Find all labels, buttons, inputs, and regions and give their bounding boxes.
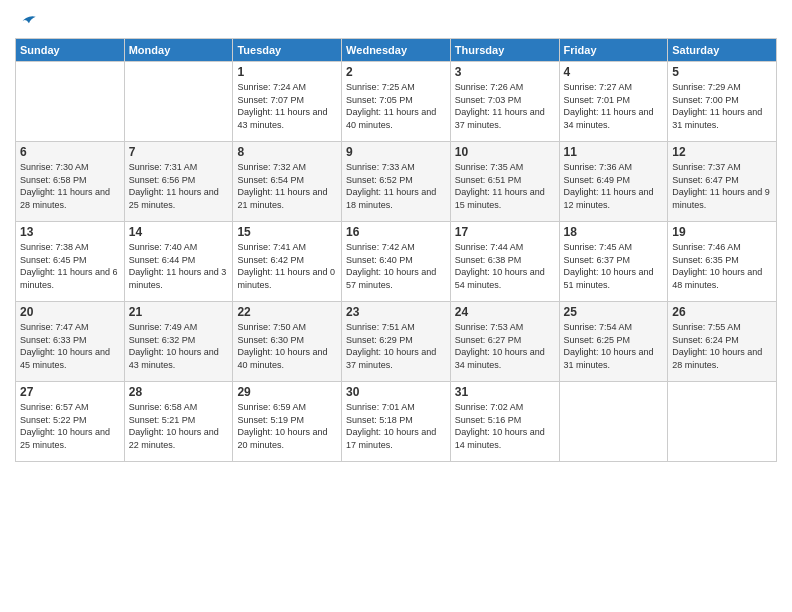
day-info: Sunrise: 6:58 AM Sunset: 5:21 PM Dayligh… [129,401,229,451]
calendar-cell: 29Sunrise: 6:59 AM Sunset: 5:19 PM Dayli… [233,382,342,462]
calendar-cell: 12Sunrise: 7:37 AM Sunset: 6:47 PM Dayli… [668,142,777,222]
day-number: 22 [237,305,337,319]
day-info: Sunrise: 7:36 AM Sunset: 6:49 PM Dayligh… [564,161,664,211]
day-info: Sunrise: 7:27 AM Sunset: 7:01 PM Dayligh… [564,81,664,131]
day-info: Sunrise: 6:59 AM Sunset: 5:19 PM Dayligh… [237,401,337,451]
day-number: 4 [564,65,664,79]
calendar-cell: 20Sunrise: 7:47 AM Sunset: 6:33 PM Dayli… [16,302,125,382]
day-number: 19 [672,225,772,239]
calendar-cell [124,62,233,142]
weekday-header-saturday: Saturday [668,39,777,62]
day-info: Sunrise: 7:31 AM Sunset: 6:56 PM Dayligh… [129,161,229,211]
calendar-table: SundayMondayTuesdayWednesdayThursdayFrid… [15,38,777,462]
day-number: 7 [129,145,229,159]
day-info: Sunrise: 7:44 AM Sunset: 6:38 PM Dayligh… [455,241,555,291]
day-number: 11 [564,145,664,159]
day-info: Sunrise: 7:50 AM Sunset: 6:30 PM Dayligh… [237,321,337,371]
calendar-cell: 21Sunrise: 7:49 AM Sunset: 6:32 PM Dayli… [124,302,233,382]
calendar-cell: 6Sunrise: 7:30 AM Sunset: 6:58 PM Daylig… [16,142,125,222]
day-info: Sunrise: 7:46 AM Sunset: 6:35 PM Dayligh… [672,241,772,291]
day-number: 8 [237,145,337,159]
day-number: 12 [672,145,772,159]
day-info: Sunrise: 7:32 AM Sunset: 6:54 PM Dayligh… [237,161,337,211]
calendar-cell: 26Sunrise: 7:55 AM Sunset: 6:24 PM Dayli… [668,302,777,382]
day-info: Sunrise: 7:41 AM Sunset: 6:42 PM Dayligh… [237,241,337,291]
calendar-cell: 30Sunrise: 7:01 AM Sunset: 5:18 PM Dayli… [342,382,451,462]
weekday-header-thursday: Thursday [450,39,559,62]
week-row-2: 6Sunrise: 7:30 AM Sunset: 6:58 PM Daylig… [16,142,777,222]
day-info: Sunrise: 7:42 AM Sunset: 6:40 PM Dayligh… [346,241,446,291]
calendar-cell: 16Sunrise: 7:42 AM Sunset: 6:40 PM Dayli… [342,222,451,302]
day-info: Sunrise: 7:40 AM Sunset: 6:44 PM Dayligh… [129,241,229,291]
day-number: 21 [129,305,229,319]
day-number: 14 [129,225,229,239]
calendar-cell: 31Sunrise: 7:02 AM Sunset: 5:16 PM Dayli… [450,382,559,462]
day-number: 30 [346,385,446,399]
calendar-cell: 22Sunrise: 7:50 AM Sunset: 6:30 PM Dayli… [233,302,342,382]
day-number: 13 [20,225,120,239]
weekday-header-friday: Friday [559,39,668,62]
calendar-cell: 2Sunrise: 7:25 AM Sunset: 7:05 PM Daylig… [342,62,451,142]
day-info: Sunrise: 7:51 AM Sunset: 6:29 PM Dayligh… [346,321,446,371]
day-number: 17 [455,225,555,239]
calendar-cell: 27Sunrise: 6:57 AM Sunset: 5:22 PM Dayli… [16,382,125,462]
day-info: Sunrise: 7:47 AM Sunset: 6:33 PM Dayligh… [20,321,120,371]
logo-bird-icon [17,10,37,30]
calendar-cell: 8Sunrise: 7:32 AM Sunset: 6:54 PM Daylig… [233,142,342,222]
calendar-cell: 4Sunrise: 7:27 AM Sunset: 7:01 PM Daylig… [559,62,668,142]
day-info: Sunrise: 7:30 AM Sunset: 6:58 PM Dayligh… [20,161,120,211]
day-info: Sunrise: 7:02 AM Sunset: 5:16 PM Dayligh… [455,401,555,451]
calendar-cell: 1Sunrise: 7:24 AM Sunset: 7:07 PM Daylig… [233,62,342,142]
day-info: Sunrise: 7:26 AM Sunset: 7:03 PM Dayligh… [455,81,555,131]
day-number: 25 [564,305,664,319]
calendar-cell: 7Sunrise: 7:31 AM Sunset: 6:56 PM Daylig… [124,142,233,222]
calendar-cell: 19Sunrise: 7:46 AM Sunset: 6:35 PM Dayli… [668,222,777,302]
calendar-cell: 23Sunrise: 7:51 AM Sunset: 6:29 PM Dayli… [342,302,451,382]
day-info: Sunrise: 7:24 AM Sunset: 7:07 PM Dayligh… [237,81,337,131]
calendar-cell: 24Sunrise: 7:53 AM Sunset: 6:27 PM Dayli… [450,302,559,382]
day-info: Sunrise: 7:37 AM Sunset: 6:47 PM Dayligh… [672,161,772,211]
day-info: Sunrise: 6:57 AM Sunset: 5:22 PM Dayligh… [20,401,120,451]
weekday-header-sunday: Sunday [16,39,125,62]
calendar-cell: 10Sunrise: 7:35 AM Sunset: 6:51 PM Dayli… [450,142,559,222]
day-number: 2 [346,65,446,79]
calendar-cell: 13Sunrise: 7:38 AM Sunset: 6:45 PM Dayli… [16,222,125,302]
day-number: 16 [346,225,446,239]
day-number: 23 [346,305,446,319]
day-info: Sunrise: 7:38 AM Sunset: 6:45 PM Dayligh… [20,241,120,291]
header [15,10,777,30]
day-number: 18 [564,225,664,239]
day-number: 9 [346,145,446,159]
calendar-cell [668,382,777,462]
weekday-header-tuesday: Tuesday [233,39,342,62]
day-info: Sunrise: 7:49 AM Sunset: 6:32 PM Dayligh… [129,321,229,371]
day-number: 26 [672,305,772,319]
day-info: Sunrise: 7:45 AM Sunset: 6:37 PM Dayligh… [564,241,664,291]
calendar-cell: 5Sunrise: 7:29 AM Sunset: 7:00 PM Daylig… [668,62,777,142]
week-row-1: 1Sunrise: 7:24 AM Sunset: 7:07 PM Daylig… [16,62,777,142]
weekday-header-row: SundayMondayTuesdayWednesdayThursdayFrid… [16,39,777,62]
day-number: 31 [455,385,555,399]
day-info: Sunrise: 7:29 AM Sunset: 7:00 PM Dayligh… [672,81,772,131]
day-info: Sunrise: 7:35 AM Sunset: 6:51 PM Dayligh… [455,161,555,211]
day-number: 15 [237,225,337,239]
weekday-header-monday: Monday [124,39,233,62]
weekday-header-wednesday: Wednesday [342,39,451,62]
day-number: 27 [20,385,120,399]
calendar-cell: 3Sunrise: 7:26 AM Sunset: 7:03 PM Daylig… [450,62,559,142]
week-row-3: 13Sunrise: 7:38 AM Sunset: 6:45 PM Dayli… [16,222,777,302]
calendar-cell [559,382,668,462]
day-number: 28 [129,385,229,399]
main-container: SundayMondayTuesdayWednesdayThursdayFrid… [0,0,792,472]
day-number: 10 [455,145,555,159]
day-number: 5 [672,65,772,79]
week-row-5: 27Sunrise: 6:57 AM Sunset: 5:22 PM Dayli… [16,382,777,462]
day-number: 29 [237,385,337,399]
day-number: 6 [20,145,120,159]
calendar-cell: 9Sunrise: 7:33 AM Sunset: 6:52 PM Daylig… [342,142,451,222]
calendar-cell: 15Sunrise: 7:41 AM Sunset: 6:42 PM Dayli… [233,222,342,302]
calendar-cell: 28Sunrise: 6:58 AM Sunset: 5:21 PM Dayli… [124,382,233,462]
logo [15,10,37,30]
calendar-cell: 17Sunrise: 7:44 AM Sunset: 6:38 PM Dayli… [450,222,559,302]
day-number: 24 [455,305,555,319]
